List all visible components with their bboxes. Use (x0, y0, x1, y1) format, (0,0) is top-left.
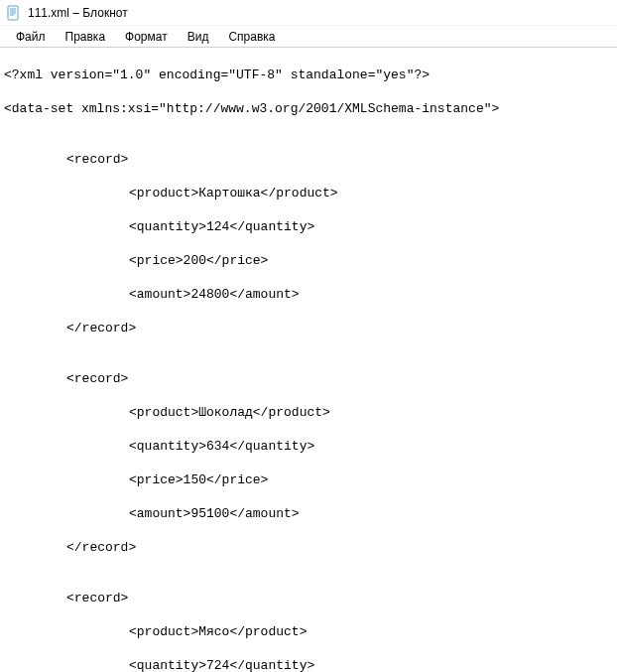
xml-line: <price>150</price> (4, 471, 613, 488)
xml-line: <amount>24800</amount> (4, 286, 613, 303)
menu-format[interactable]: Формат (117, 28, 176, 46)
menu-bar: Файл Правка Формат Вид Справка (0, 26, 617, 48)
xml-line: <product>Картошка</product> (4, 185, 613, 202)
window-title: 111.xml – Блокнот (28, 6, 128, 20)
menu-edit[interactable]: Правка (58, 28, 114, 46)
xml-line: <product>Мясо</product> (4, 623, 613, 640)
xml-line: <quantity>124</quantity> (4, 218, 613, 235)
xml-line: <quantity>634</quantity> (4, 438, 613, 455)
xml-line: <?xml version="1.0" encoding="UTF-8" sta… (4, 67, 613, 83)
xml-line: <record> (4, 370, 613, 387)
xml-line: <record> (4, 590, 613, 606)
xml-line: </record> (4, 539, 613, 556)
xml-line: <amount>95100</amount> (4, 505, 613, 522)
xml-line: <record> (4, 151, 613, 168)
xml-line: <price>200</price> (4, 252, 613, 269)
menu-file[interactable]: Файл (8, 28, 54, 46)
xml-line: </record> (4, 320, 613, 336)
xml-line: <data-set xmlns:xsi="http://www.w3.org/2… (4, 100, 613, 117)
menu-help[interactable]: Справка (220, 28, 283, 46)
xml-line: <quantity>724</quantity> (4, 657, 613, 672)
xml-line: <product>Шоколад</product> (4, 404, 613, 421)
title-bar: 111.xml – Блокнот (0, 0, 617, 26)
text-editor[interactable]: <?xml version="1.0" encoding="UTF-8" sta… (0, 48, 617, 672)
app-icon (6, 5, 22, 21)
menu-view[interactable]: Вид (180, 28, 217, 46)
